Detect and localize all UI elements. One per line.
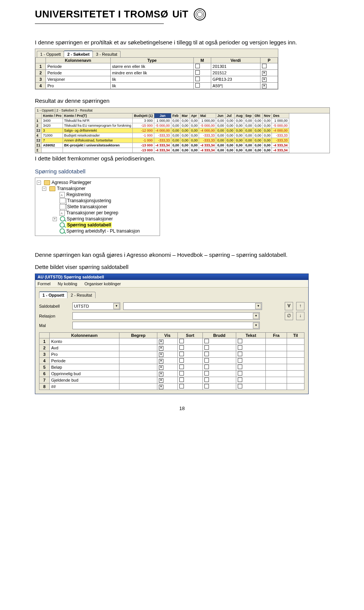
col-tekst[interactable] <box>236 357 266 364</box>
checkbox-icon[interactable] <box>179 352 184 356</box>
checkbox-icon[interactable] <box>195 77 200 81</box>
col-fra[interactable] <box>266 344 287 351</box>
checkbox-icon[interactable] <box>238 352 242 356</box>
clear-button[interactable]: ∅ <box>285 312 293 320</box>
col-m[interactable] <box>194 83 211 89</box>
col-fra[interactable] <box>266 357 287 364</box>
checkbox-icon[interactable] <box>159 340 163 344</box>
tree-item[interactable]: Registrering <box>37 192 158 198</box>
checkbox-icon[interactable] <box>195 83 200 88</box>
col-sort[interactable] <box>177 357 202 364</box>
col-tekst[interactable] <box>236 370 266 377</box>
col-value[interactable]: A59*| <box>211 83 260 89</box>
move-up-button[interactable]: ↑ <box>296 302 304 310</box>
col-tekst[interactable] <box>236 351 266 357</box>
checkbox-icon[interactable] <box>159 372 163 376</box>
menu-nykobling[interactable]: Ny kobling <box>58 281 77 286</box>
col-til[interactable] <box>287 351 304 357</box>
checkbox-icon[interactable] <box>262 77 267 82</box>
col-vis[interactable] <box>157 377 178 383</box>
checkbox-icon[interactable] <box>179 358 184 363</box>
tree-sub[interactable]: − Transaksjoner <box>37 186 158 192</box>
col-vis[interactable] <box>157 338 178 344</box>
checkbox-icon[interactable] <box>204 339 209 343</box>
tree-item[interactable]: Transaksjoner per begrep <box>37 210 158 216</box>
saldo-row[interactable]: 7Gjeldende bud <box>39 377 304 383</box>
saldo-row[interactable]: 3Pro <box>39 351 304 357</box>
relasjon-combo[interactable]: ▾ <box>72 312 260 320</box>
checkbox-icon[interactable] <box>159 385 163 389</box>
col-tekst[interactable] <box>236 364 266 370</box>
col-p[interactable] <box>260 70 278 76</box>
col-vis[interactable] <box>157 357 178 364</box>
col-brudd[interactable] <box>202 364 236 370</box>
checkbox-icon[interactable] <box>179 365 184 369</box>
checkbox-icon[interactable] <box>204 352 209 356</box>
checkbox-icon[interactable] <box>204 345 209 350</box>
checkbox-icon[interactable] <box>179 377 184 382</box>
tree-item[interactable]: Transaksjonsjustering <box>37 198 158 204</box>
chevron-down-icon[interactable]: ▾ <box>113 303 119 309</box>
checkbox-icon[interactable] <box>159 352 163 357</box>
move-down-button[interactable]: ↓ <box>296 312 304 320</box>
col-sort[interactable] <box>177 364 202 370</box>
menu-organiser[interactable]: Organiser koblinger <box>85 281 121 286</box>
saldo-row[interactable]: 5Beløp <box>39 364 304 370</box>
query-row[interactable]: 1Periodestørre enn eller lik201301 <box>36 63 278 70</box>
saldo-row[interactable]: 1Konto <box>39 338 304 344</box>
tree-item[interactable]: Slette transaksjoner <box>37 204 158 210</box>
checkbox-icon[interactable] <box>204 377 209 382</box>
tab-win-resultat[interactable]: 2 - Resultat <box>67 292 95 298</box>
checkbox-icon[interactable] <box>159 359 163 363</box>
col-vis[interactable] <box>157 364 178 370</box>
checkbox-icon[interactable] <box>159 346 163 351</box>
col-sort[interactable] <box>177 377 202 383</box>
tree-item[interactable]: Spørring saldotabell <box>37 222 158 228</box>
col-m[interactable] <box>194 63 211 70</box>
tab-oppsett[interactable]: 1 - Oppsett <box>37 51 64 57</box>
checkbox-icon[interactable] <box>262 64 267 68</box>
col-fra[interactable] <box>266 377 287 383</box>
col-value[interactable]: 201512 <box>211 70 260 76</box>
checkbox-icon[interactable] <box>238 365 242 369</box>
col-brudd[interactable] <box>202 338 236 344</box>
query-row[interactable]: 3VersjonerlikGPB13-23 <box>36 76 278 83</box>
saldo-row[interactable]: 4Periode <box>39 357 304 364</box>
mal-combo[interactable]: ▾ <box>72 322 260 329</box>
filter-all-button[interactable]: ∀ <box>285 302 293 310</box>
col-brudd[interactable] <box>202 351 236 357</box>
checkbox-icon[interactable] <box>179 384 184 388</box>
col-tekst[interactable] <box>236 344 266 351</box>
checkbox-icon[interactable] <box>262 71 267 75</box>
collapse-icon[interactable]: − <box>37 181 41 185</box>
col-m[interactable] <box>194 76 211 83</box>
checkbox-icon[interactable] <box>238 384 242 388</box>
col-p[interactable] <box>260 83 278 89</box>
tab-win-oppsett[interactable]: 1 - Oppsett <box>39 291 67 298</box>
col-value[interactable]: GPB13-23 <box>211 76 260 83</box>
checkbox-icon[interactable] <box>179 339 184 343</box>
saldo-row[interactable]: 8## <box>39 383 304 390</box>
checkbox-icon[interactable] <box>179 345 184 350</box>
col-fra[interactable] <box>266 338 287 344</box>
checkbox-icon[interactable] <box>159 378 163 383</box>
saldo-desc-combo[interactable]: ▾ <box>123 302 262 310</box>
col-p[interactable] <box>260 76 278 83</box>
col-til[interactable] <box>287 377 304 383</box>
col-tekst[interactable] <box>236 383 266 390</box>
col-m[interactable] <box>194 70 211 76</box>
col-brudd[interactable] <box>202 370 236 377</box>
saldo-row[interactable]: 2Avd <box>39 344 304 351</box>
menu-formel[interactable]: Formel <box>38 281 50 286</box>
checkbox-icon[interactable] <box>195 64 200 68</box>
col-fra[interactable] <box>266 383 287 390</box>
checkbox-icon[interactable] <box>262 84 267 88</box>
col-vis[interactable] <box>157 383 178 390</box>
checkbox-icon[interactable] <box>238 339 242 343</box>
tree-item[interactable]: +Spørring transaksjoner <box>37 216 158 222</box>
col-p[interactable] <box>260 63 278 70</box>
col-tekst[interactable] <box>236 338 266 344</box>
col-til[interactable] <box>287 370 304 377</box>
checkbox-icon[interactable] <box>204 384 209 388</box>
col-sort[interactable] <box>177 344 202 351</box>
